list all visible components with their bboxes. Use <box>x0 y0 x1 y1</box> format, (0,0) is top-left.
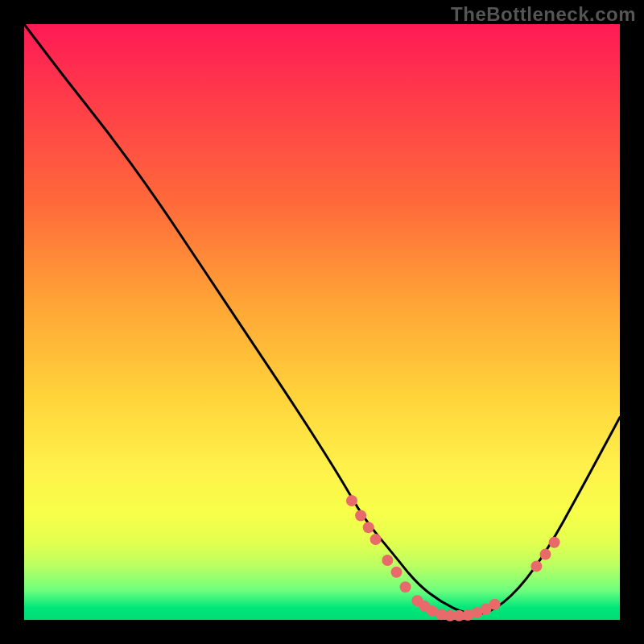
watermark-text: TheBottleneck.com <box>451 3 636 26</box>
data-marker <box>363 522 374 533</box>
bottleneck-curve-line <box>24 24 620 614</box>
marker-group <box>346 495 560 621</box>
data-marker <box>382 555 393 566</box>
data-marker <box>400 581 411 592</box>
plot-area <box>24 24 620 620</box>
data-marker <box>489 599 501 610</box>
data-marker <box>530 560 542 572</box>
data-marker <box>346 495 357 506</box>
data-marker <box>370 534 382 545</box>
data-marker <box>549 537 560 548</box>
data-marker <box>355 510 366 522</box>
data-marker <box>540 549 551 560</box>
curve-svg <box>24 24 620 620</box>
data-marker <box>391 567 402 578</box>
chart-frame: TheBottleneck.com <box>0 0 644 644</box>
